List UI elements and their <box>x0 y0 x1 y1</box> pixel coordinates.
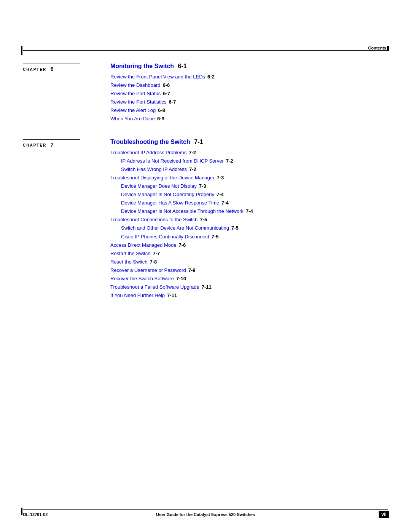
toc-item-page: 7-11 <box>202 283 212 291</box>
toc-item-page: 7-5 <box>212 233 219 241</box>
toc-item-page: 7-2 <box>189 149 196 157</box>
toc-item[interactable]: Review the Port Statistics6-7 <box>110 98 388 106</box>
toc-item[interactable]: Restart the Switch7-7 <box>110 249 388 258</box>
toc-item[interactable]: IP Address Is Not Received from DHCP Ser… <box>121 157 388 165</box>
toc-item-text: Review the Port Statistics <box>110 98 166 106</box>
bottom-line <box>23 509 388 510</box>
bottom-center-title: User Guide for the Catalyst Express 520 … <box>156 512 255 517</box>
toc-item[interactable]: Review the Dashboard6-6 <box>110 81 388 89</box>
toc-item-page: 7-5 <box>200 216 207 224</box>
toc-item-text: Troubleshoot a Failed Software Upgrade <box>110 283 199 291</box>
toc-item-text: Restart the Switch <box>110 249 151 258</box>
toc-item[interactable]: If You Need Further Help7-11 <box>110 291 388 300</box>
toc-item[interactable]: Device Manager Is Not Accessible Through… <box>121 207 388 216</box>
chapter6-section: CHAPTER 6 Monitoring the Switch 6-1 Revi… <box>23 63 388 123</box>
chapter7-line <box>23 139 80 140</box>
toc-item[interactable]: Device Manager Does Not Display7-3 <box>121 182 388 190</box>
toc-item-text: Recover a Username or Password <box>110 266 186 275</box>
toc-item-text: Device Manager Does Not Display <box>121 182 197 190</box>
bottom-doc-id: OL-12761-02 <box>23 512 48 517</box>
toc-item[interactable]: Reset the Switch7-8 <box>110 258 388 266</box>
toc-item-text: When You Are Done <box>110 115 155 123</box>
toc-item-text: Device Manager Is Not Accessible Through… <box>121 207 244 216</box>
chapter7-items: Troubleshoot IP Address Problems7-2IP Ad… <box>110 149 388 300</box>
toc-item-text: Reset the Switch <box>110 258 148 266</box>
top-left-mark <box>21 46 22 55</box>
toc-item-text: Device Manager Is Not Operating Properly <box>121 190 214 199</box>
chapter6-number: 6 <box>51 66 54 72</box>
toc-item-text: Cisco IP Phones Continually Disconnect <box>121 233 209 241</box>
toc-item-page: 7-4 <box>217 190 224 199</box>
toc-item-text: Troubleshoot IP Address Problems <box>110 149 186 157</box>
toc-item-page: 7-9 <box>188 266 196 275</box>
chapter7-content: Troubleshooting the Switch 7-1 Troublesh… <box>110 139 388 300</box>
toc-item[interactable]: Troubleshoot Displaying of the Device Ma… <box>110 174 388 182</box>
chapter7-section: CHAPTER 7 Troubleshooting the Switch 7-1… <box>23 139 388 300</box>
chapter7-label-col: CHAPTER 7 <box>23 139 110 300</box>
toc-item[interactable]: Recover a Username or Password7-9 <box>110 266 388 275</box>
toc-item-page: 7-6 <box>178 241 186 249</box>
toc-item-page: 7-11 <box>167 291 177 300</box>
toc-item-page: 7-5 <box>231 224 239 232</box>
chapter6-content: Monitoring the Switch 6-1 Review the Fro… <box>110 63 388 123</box>
toc-item-page: 7-2 <box>226 157 233 165</box>
toc-item[interactable]: Cisco IP Phones Continually Disconnect7-… <box>121 233 388 241</box>
toc-item[interactable]: Device Manager Has A Slow Response Time7… <box>121 199 388 207</box>
toc-item[interactable]: Device Manager Is Not Operating Properly… <box>121 190 388 199</box>
toc-item-text: Review the Front Panel View and the LEDs <box>110 73 205 81</box>
toc-item-page: 7-7 <box>153 249 160 258</box>
toc-item-page: 6-6 <box>163 81 170 89</box>
toc-item-text: Review the Dashboard <box>110 81 161 89</box>
toc-item-text: Access Direct Managed Mode <box>110 241 176 249</box>
bottom-left-mark <box>21 508 22 515</box>
toc-item-text: Switch and Other Device Are Not Communic… <box>121 224 229 232</box>
toc-item-text: IP Address Is Not Received from DHCP Ser… <box>121 157 224 165</box>
toc-item-text: Troubleshoot Connections to the Switch <box>110 216 198 224</box>
contents-right-mark <box>387 46 389 51</box>
toc-item-page: 6-7 <box>163 89 170 98</box>
contents-label: Contents <box>368 46 386 50</box>
top-bar: Contents <box>0 46 411 57</box>
toc-item[interactable]: Review the Port Status6-7 <box>110 89 388 98</box>
chapter6-items: Review the Front Panel View and the LEDs… <box>110 73 388 123</box>
chapter7-label: CHAPTER <box>23 143 46 147</box>
toc-item-page: 7-2 <box>189 165 196 174</box>
toc-item-text: Troubleshoot Displaying of the Device Ma… <box>110 174 214 182</box>
toc-item-page: 6-9 <box>157 115 164 123</box>
toc-item-page: 7-10 <box>176 275 186 283</box>
toc-item[interactable]: Troubleshoot IP Address Problems7-2 <box>110 149 388 157</box>
toc-item[interactable]: Troubleshoot a Failed Software Upgrade7-… <box>110 283 388 291</box>
toc-item-text: Switch Has Wrong IP Address <box>121 165 187 174</box>
toc-item[interactable]: Review the Alert Log6-8 <box>110 106 388 115</box>
chapter7-title: Troubleshooting the Switch 7-1 <box>110 139 388 145</box>
bottom-right-mark: vii <box>379 511 389 518</box>
page-container: Contents CHAPTER 6 Monitoring the Switch… <box>0 0 411 532</box>
toc-item-text: Recover the Switch Software <box>110 275 174 283</box>
toc-item-page: 7-4 <box>246 207 253 216</box>
toc-item-page: 7-8 <box>150 258 157 266</box>
toc-item-page: 6-2 <box>207 73 215 81</box>
toc-item-text: Device Manager Has A Slow Response Time <box>121 199 219 207</box>
toc-item-page: 6-8 <box>158 106 165 115</box>
toc-item[interactable]: Troubleshoot Connections to the Switch7-… <box>110 216 388 224</box>
toc-item-text: Review the Port Status <box>110 89 161 98</box>
toc-item[interactable]: Review the Front Panel View and the LEDs… <box>110 73 388 81</box>
toc-item[interactable]: When You Are Done6-9 <box>110 115 388 123</box>
top-line <box>23 50 388 51</box>
toc-item[interactable]: Access Direct Managed Mode7-6 <box>110 241 388 249</box>
chapter6-line <box>23 64 80 64</box>
page-number: vii <box>381 512 386 517</box>
toc-item-text: If You Need Further Help <box>110 291 165 300</box>
chapter7-number: 7 <box>51 142 54 148</box>
toc-item[interactable]: Recover the Switch Software7-10 <box>110 275 388 283</box>
toc-item-page: 6-7 <box>169 98 176 106</box>
main-content: CHAPTER 6 Monitoring the Switch 6-1 Revi… <box>23 63 388 315</box>
toc-item-page: 7-4 <box>221 199 229 207</box>
chapter6-label: CHAPTER <box>23 67 46 72</box>
chapter6-title: Monitoring the Switch 6-1 <box>110 63 388 70</box>
toc-item[interactable]: Switch Has Wrong IP Address7-2 <box>121 165 388 174</box>
toc-item-page: 7-3 <box>217 174 224 182</box>
toc-item[interactable]: Switch and Other Device Are Not Communic… <box>121 224 388 232</box>
chapter6-label-col: CHAPTER 6 <box>23 63 110 123</box>
toc-item-page: 7-3 <box>199 182 206 190</box>
